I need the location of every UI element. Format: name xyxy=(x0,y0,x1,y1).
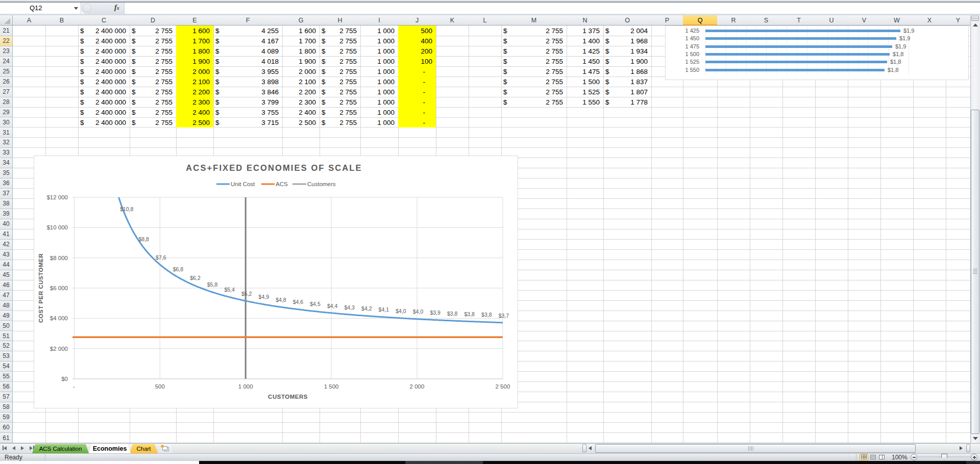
svg-text:1 000: 1 000 xyxy=(238,383,253,390)
svg-text:$6 000: $6 000 xyxy=(50,285,68,291)
svg-text:$3,8: $3,8 xyxy=(464,311,475,317)
svg-text:$4,1: $4,1 xyxy=(379,306,389,313)
svg-text:$3,7: $3,7 xyxy=(499,313,509,319)
svg-text:$5,4: $5,4 xyxy=(224,287,235,293)
svg-text:2 000: 2 000 xyxy=(410,383,425,390)
svg-text:$7,6: $7,6 xyxy=(156,254,166,261)
svg-text:$12 000: $12 000 xyxy=(46,194,68,200)
svg-text:$10,8: $10,8 xyxy=(120,206,133,212)
svg-text:$0: $0 xyxy=(61,376,68,382)
svg-text:$5,2: $5,2 xyxy=(241,291,252,297)
svg-text:$4,3: $4,3 xyxy=(344,304,355,311)
svg-text:$3,9: $3,9 xyxy=(430,310,440,316)
svg-text:COST PER CUSTOMER: COST PER CUSTOMER xyxy=(38,253,44,323)
svg-text:$5,8: $5,8 xyxy=(207,281,218,288)
svg-text:$6,2: $6,2 xyxy=(190,275,201,281)
svg-text:CUSTOMERS: CUSTOMERS xyxy=(268,394,308,400)
svg-text:$4,0: $4,0 xyxy=(396,308,406,314)
svg-text:$8,8: $8,8 xyxy=(138,236,149,242)
svg-text:$4,9: $4,9 xyxy=(259,294,270,300)
svg-text:$8 000: $8 000 xyxy=(50,255,68,261)
svg-text:2 500: 2 500 xyxy=(496,383,510,390)
svg-text:$10 000: $10 000 xyxy=(46,224,68,230)
svg-text:$4,6: $4,6 xyxy=(293,299,304,305)
svg-text:Customers: Customers xyxy=(307,181,336,187)
svg-text:ACS: ACS xyxy=(276,181,288,187)
svg-text:$6,8: $6,8 xyxy=(173,266,184,272)
svg-text:$4 000: $4 000 xyxy=(50,315,68,321)
svg-text:-: - xyxy=(73,383,75,390)
svg-text:1 500: 1 500 xyxy=(324,383,339,390)
svg-text:ACS+FIXED ECONOMIES OF SCALE: ACS+FIXED ECONOMIES OF SCALE xyxy=(186,163,362,172)
svg-text:$3,8: $3,8 xyxy=(447,311,458,317)
svg-text:$4,0: $4,0 xyxy=(413,308,424,315)
svg-text:$3,8: $3,8 xyxy=(481,312,492,318)
svg-text:$4,2: $4,2 xyxy=(361,305,372,312)
svg-text:$4,5: $4,5 xyxy=(310,301,321,307)
svg-text:Unit Cost: Unit Cost xyxy=(231,181,255,187)
svg-text:500: 500 xyxy=(155,383,165,390)
svg-text:$4,4: $4,4 xyxy=(327,303,338,309)
svg-text:$4,8: $4,8 xyxy=(276,297,286,303)
svg-text:$2 000: $2 000 xyxy=(50,346,68,352)
